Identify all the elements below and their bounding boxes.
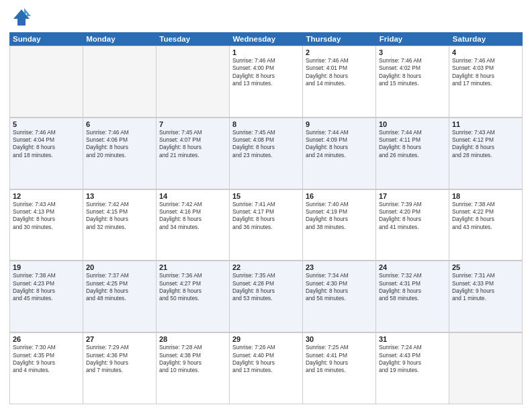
weekday-header: Thursday [303, 32, 376, 46]
cell-content: Sunrise: 7:37 AMSunset: 4:25 PMDaylight:… [86, 272, 153, 302]
day-number: 24 [379, 263, 446, 271]
day-number: 25 [452, 263, 519, 271]
calendar-cell: 12Sunrise: 7:43 AMSunset: 4:13 PMDayligh… [10, 190, 83, 261]
day-number: 4 [452, 48, 519, 56]
calendar-cell: 30Sunrise: 7:25 AMSunset: 4:41 PMDayligh… [303, 333, 376, 404]
cell-content: Sunrise: 7:28 AMSunset: 4:38 PMDaylight:… [159, 344, 226, 374]
page-header [9, 7, 523, 28]
calendar-cell: 14Sunrise: 7:42 AMSunset: 4:16 PMDayligh… [157, 190, 230, 261]
weekday-header: Tuesday [156, 32, 229, 46]
calendar-cell: 28Sunrise: 7:28 AMSunset: 4:38 PMDayligh… [157, 333, 230, 404]
cell-content: Sunrise: 7:46 AMSunset: 4:01 PMDaylight:… [306, 57, 373, 87]
calendar: SundayMondayTuesdayWednesdayThursdayFrid… [9, 32, 523, 404]
day-number: 5 [13, 120, 80, 128]
day-number: 10 [379, 120, 446, 128]
cell-content: Sunrise: 7:42 AMSunset: 4:16 PMDaylight:… [159, 201, 226, 231]
day-number: 11 [452, 120, 519, 128]
calendar-cell [449, 333, 523, 404]
calendar-cell: 25Sunrise: 7:31 AMSunset: 4:33 PMDayligh… [449, 261, 523, 332]
calendar-cell: 13Sunrise: 7:42 AMSunset: 4:15 PMDayligh… [83, 190, 157, 261]
calendar-week: 12Sunrise: 7:43 AMSunset: 4:13 PMDayligh… [9, 189, 523, 261]
cell-content: Sunrise: 7:29 AMSunset: 4:36 PMDaylight:… [86, 344, 153, 374]
day-number: 26 [13, 335, 80, 343]
calendar-week: 19Sunrise: 7:38 AMSunset: 4:23 PMDayligh… [9, 261, 523, 332]
cell-content: Sunrise: 7:25 AMSunset: 4:41 PMDaylight:… [306, 344, 373, 374]
day-number: 3 [379, 48, 446, 56]
weekday-header: Sunday [9, 32, 83, 46]
day-number: 12 [13, 192, 80, 200]
weekday-header: Monday [83, 32, 156, 46]
cell-content: Sunrise: 7:38 AMSunset: 4:22 PMDaylight:… [452, 201, 519, 231]
cell-content: Sunrise: 7:46 AMSunset: 4:02 PMDaylight:… [379, 57, 446, 87]
day-number: 13 [86, 192, 153, 200]
calendar-cell: 6Sunrise: 7:46 AMSunset: 4:06 PMDaylight… [83, 118, 157, 189]
day-number: 17 [379, 192, 446, 200]
logo [9, 7, 34, 28]
calendar-cell [83, 46, 157, 118]
calendar-cell: 20Sunrise: 7:37 AMSunset: 4:25 PMDayligh… [83, 261, 157, 332]
cell-content: Sunrise: 7:46 AMSunset: 4:03 PMDaylight:… [452, 57, 519, 87]
day-number: 14 [159, 192, 226, 200]
cell-content: Sunrise: 7:41 AMSunset: 4:17 PMDaylight:… [232, 201, 300, 231]
day-number: 15 [232, 192, 300, 200]
cell-content: Sunrise: 7:46 AMSunset: 4:04 PMDaylight:… [13, 129, 80, 159]
cell-content: Sunrise: 7:24 AMSunset: 4:43 PMDaylight:… [379, 344, 446, 374]
day-number: 27 [86, 335, 153, 343]
calendar-cell: 4Sunrise: 7:46 AMSunset: 4:03 PMDaylight… [449, 46, 523, 118]
day-number: 7 [159, 120, 226, 128]
calendar-cell: 24Sunrise: 7:32 AMSunset: 4:31 PMDayligh… [376, 261, 449, 332]
calendar-week: 26Sunrise: 7:30 AMSunset: 4:35 PMDayligh… [9, 332, 523, 404]
calendar-cell: 16Sunrise: 7:40 AMSunset: 4:19 PMDayligh… [303, 190, 376, 261]
calendar-cell: 3Sunrise: 7:46 AMSunset: 4:02 PMDaylight… [376, 46, 449, 118]
cell-content: Sunrise: 7:45 AMSunset: 4:08 PMDaylight:… [232, 129, 300, 159]
weekday-header: Friday [376, 32, 449, 46]
calendar-body: 1Sunrise: 7:46 AMSunset: 4:00 PMDaylight… [9, 46, 523, 404]
calendar-cell: 23Sunrise: 7:34 AMSunset: 4:30 PMDayligh… [303, 261, 376, 332]
cell-content: Sunrise: 7:31 AMSunset: 4:33 PMDaylight:… [452, 272, 519, 302]
day-number: 9 [306, 120, 373, 128]
calendar-cell: 7Sunrise: 7:45 AMSunset: 4:07 PMDaylight… [157, 118, 230, 189]
day-number: 18 [452, 192, 519, 200]
day-number: 19 [13, 263, 80, 271]
cell-content: Sunrise: 7:32 AMSunset: 4:31 PMDaylight:… [379, 272, 446, 302]
day-number: 28 [159, 335, 226, 343]
calendar-cell: 21Sunrise: 7:36 AMSunset: 4:27 PMDayligh… [157, 261, 230, 332]
calendar-cell: 31Sunrise: 7:24 AMSunset: 4:43 PMDayligh… [376, 333, 449, 404]
cell-content: Sunrise: 7:40 AMSunset: 4:19 PMDaylight:… [306, 201, 373, 231]
cell-content: Sunrise: 7:42 AMSunset: 4:15 PMDaylight:… [86, 201, 153, 231]
day-number: 6 [86, 120, 153, 128]
calendar-cell: 22Sunrise: 7:35 AMSunset: 4:28 PMDayligh… [230, 261, 303, 332]
calendar-cell: 11Sunrise: 7:43 AMSunset: 4:12 PMDayligh… [449, 118, 523, 189]
day-number: 1 [232, 48, 300, 56]
cell-content: Sunrise: 7:36 AMSunset: 4:27 PMDaylight:… [159, 272, 226, 302]
day-number: 22 [232, 263, 300, 271]
calendar-week: 5Sunrise: 7:46 AMSunset: 4:04 PMDaylight… [9, 118, 523, 189]
calendar-cell: 19Sunrise: 7:38 AMSunset: 4:23 PMDayligh… [10, 261, 83, 332]
day-number: 31 [379, 335, 446, 343]
cell-content: Sunrise: 7:43 AMSunset: 4:12 PMDaylight:… [452, 129, 519, 159]
day-number: 21 [159, 263, 226, 271]
cell-content: Sunrise: 7:44 AMSunset: 4:09 PMDaylight:… [306, 129, 373, 159]
calendar-cell: 18Sunrise: 7:38 AMSunset: 4:22 PMDayligh… [449, 190, 523, 261]
calendar-cell [10, 46, 83, 118]
day-number: 16 [306, 192, 373, 200]
calendar-cell: 27Sunrise: 7:29 AMSunset: 4:36 PMDayligh… [83, 333, 157, 404]
cell-content: Sunrise: 7:35 AMSunset: 4:28 PMDaylight:… [232, 272, 300, 302]
calendar-cell: 26Sunrise: 7:30 AMSunset: 4:35 PMDayligh… [10, 333, 83, 404]
cell-content: Sunrise: 7:30 AMSunset: 4:35 PMDaylight:… [13, 344, 80, 374]
calendar-cell: 2Sunrise: 7:46 AMSunset: 4:01 PMDaylight… [303, 46, 376, 118]
day-number: 29 [232, 335, 300, 343]
day-number: 23 [306, 263, 373, 271]
cell-content: Sunrise: 7:34 AMSunset: 4:30 PMDaylight:… [306, 272, 373, 302]
cell-content: Sunrise: 7:43 AMSunset: 4:13 PMDaylight:… [13, 201, 80, 231]
weekday-header: Saturday [449, 32, 523, 46]
calendar-cell: 10Sunrise: 7:44 AMSunset: 4:11 PMDayligh… [376, 118, 449, 189]
cell-content: Sunrise: 7:26 AMSunset: 4:40 PMDaylight:… [232, 344, 300, 374]
cell-content: Sunrise: 7:46 AMSunset: 4:06 PMDaylight:… [86, 129, 153, 159]
logo-icon [9, 7, 31, 28]
calendar-cell: 1Sunrise: 7:46 AMSunset: 4:00 PMDaylight… [230, 46, 303, 118]
calendar-cell: 9Sunrise: 7:44 AMSunset: 4:09 PMDaylight… [303, 118, 376, 189]
calendar-cell [157, 46, 230, 118]
calendar-header: SundayMondayTuesdayWednesdayThursdayFrid… [9, 32, 523, 46]
calendar-cell: 5Sunrise: 7:46 AMSunset: 4:04 PMDaylight… [10, 118, 83, 189]
